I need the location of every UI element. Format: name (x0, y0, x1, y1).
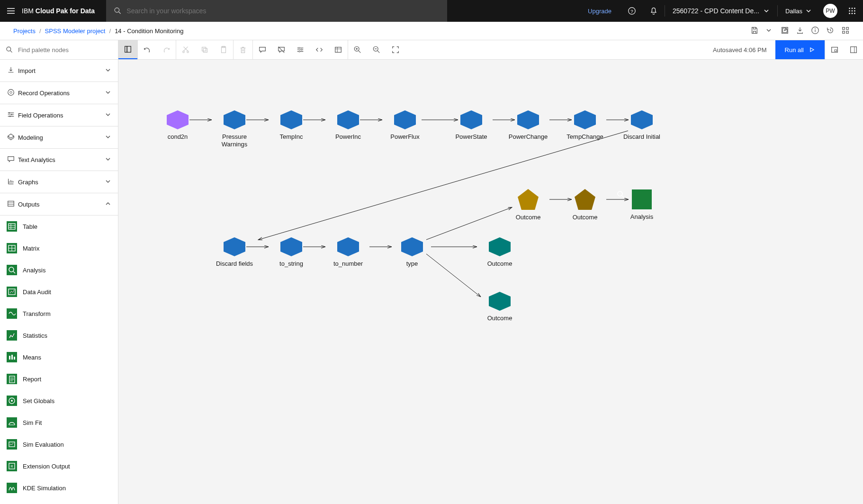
palette-item-kde-simulation[interactable]: KDE Simulation (0, 477, 118, 499)
palette-item-statistics[interactable]: Statistics (0, 324, 118, 346)
hamburger-menu[interactable] (0, 6, 22, 16)
region-switcher[interactable]: Dallas (778, 8, 819, 15)
palette-item-report[interactable]: Report (0, 368, 118, 390)
palette-category-modeling[interactable]: Modeling (0, 126, 118, 149)
breadcrumb-projects[interactable]: Projects (13, 27, 36, 35)
svg-point-44 (9, 267, 14, 272)
node-powerchange[interactable]: PowerChange (502, 110, 554, 141)
palette-item-set-globals[interactable]: Set Globals (0, 390, 118, 412)
node-cond2n[interactable]: cond2n (152, 110, 204, 141)
zoom-in-button[interactable] (348, 40, 367, 59)
save-chevron-icon[interactable] (765, 27, 772, 35)
node-discard-fields[interactable]: Discard fields (208, 237, 261, 268)
canvas-toolbar: Autosaved 4:06 PM Run all (0, 40, 863, 60)
svg-point-18 (7, 47, 11, 51)
flow-canvas[interactable]: cond2n PressureWarnings TempInc PowerInc… (118, 60, 863, 504)
svg-point-13 (815, 28, 816, 29)
palette-item-sim-evaluation[interactable]: Sim Evaluation (0, 433, 118, 455)
svg-point-86 (504, 194, 505, 196)
node-pressure-warnings[interactable]: PressureWarnings (208, 110, 261, 149)
svg-point-11 (854, 13, 855, 14)
data-button[interactable] (329, 40, 348, 59)
undo-button[interactable] (138, 40, 157, 59)
svg-point-92 (479, 294, 480, 295)
svg-point-82 (388, 241, 389, 242)
user-avatar[interactable]: PW (823, 4, 837, 18)
palette-item-sim-fit[interactable]: Sim Fit (0, 412, 118, 433)
svg-point-27 (298, 47, 300, 49)
svg-text:?: ? (630, 9, 633, 14)
palette-item-analysis[interactable]: Analysis (0, 259, 118, 281)
global-search[interactable] (106, 0, 447, 22)
palette-item-data-audit[interactable]: Data Audit (0, 281, 118, 303)
svg-rect-16 (843, 31, 845, 33)
comment-button[interactable] (253, 40, 272, 59)
code-button[interactable] (310, 40, 329, 59)
svg-rect-23 (202, 47, 206, 51)
svg-rect-47 (11, 355, 13, 360)
palette-category-record-ops[interactable]: Record Operations (0, 82, 118, 104)
node-to-number[interactable]: to_number (322, 237, 374, 268)
svg-rect-19 (125, 46, 127, 53)
node-to-string[interactable]: to_string (265, 237, 317, 268)
save-icon[interactable] (750, 26, 759, 36)
node-powerflux[interactable]: PowerFlux (379, 110, 431, 141)
settings-button[interactable] (291, 40, 310, 59)
node-outcome-apply-1[interactable]: C5.0Outcome (474, 237, 526, 268)
cut-button (176, 40, 195, 59)
help-icon[interactable]: ? (621, 0, 643, 22)
node-type[interactable]: type (386, 237, 438, 268)
svg-rect-17 (846, 31, 849, 33)
svg-point-73 (268, 113, 270, 116)
zoom-fit-button[interactable] (386, 40, 405, 59)
svg-line-63 (259, 131, 628, 240)
svg-rect-14 (843, 27, 845, 29)
breadcrumb-modeler-project[interactable]: SPSS Modeler project (45, 27, 106, 35)
node-tempchange[interactable]: TempChange (559, 110, 611, 141)
palette-category-outputs[interactable]: Outputs (0, 193, 118, 216)
node-outcome-build[interactable]: Outcome (502, 189, 554, 221)
comment-strike-button[interactable] (272, 40, 291, 59)
palette-category-import[interactable]: Import (0, 60, 118, 82)
global-search-input[interactable] (126, 7, 440, 15)
project-switcher[interactable]: 2560722 - CPD Content De... (665, 7, 777, 15)
zoom-out-button[interactable] (367, 40, 386, 59)
node-powerstate[interactable]: PowerState (445, 110, 497, 141)
layout-icon[interactable] (841, 26, 850, 36)
svg-point-39 (11, 114, 12, 115)
svg-point-72 (211, 113, 214, 116)
palette-search[interactable] (0, 40, 118, 59)
palette-item-matrix[interactable]: Matrix (0, 237, 118, 259)
palette-category-graphs[interactable]: Graphs (0, 171, 118, 193)
download-icon[interactable] (796, 26, 804, 36)
export-icon[interactable] (781, 26, 789, 36)
palette-item-extension-output[interactable]: RExtension Output (0, 455, 118, 477)
svg-text:R: R (10, 465, 13, 468)
node-outcome-apply-2[interactable]: Outcome (474, 292, 526, 322)
svg-point-94 (479, 297, 480, 298)
run-all-button[interactable]: Run all (775, 40, 825, 59)
palette-search-input[interactable] (18, 46, 112, 54)
node-analysis[interactable]: Analysis (616, 189, 668, 221)
svg-point-10 (852, 13, 853, 14)
node-outcome-nugget[interactable]: C5.0Outcome (559, 189, 611, 221)
history-icon[interactable] (826, 26, 835, 36)
svg-line-68 (426, 207, 512, 240)
palette-item-table[interactable]: Table (0, 216, 118, 237)
node-tempinc[interactable]: TempInc (265, 110, 317, 141)
palette-toggle-button[interactable] (118, 40, 137, 59)
palette-category-field-ops[interactable]: Field Operations (0, 104, 118, 126)
node-powerinc[interactable]: PowerInc (322, 110, 374, 141)
svg-point-3 (849, 8, 850, 9)
svg-point-0 (115, 8, 119, 13)
upgrade-link[interactable]: Upgrade (578, 8, 621, 15)
right-panel-button[interactable] (844, 40, 863, 59)
app-switcher-icon[interactable] (841, 0, 863, 22)
node-discard-initial[interactable]: ?Discard Initial (616, 110, 668, 141)
palette-item-means[interactable]: Means (0, 346, 118, 368)
palette-category-text-analytics[interactable]: Text Analytics (0, 149, 118, 171)
info-icon[interactable] (811, 26, 819, 36)
notifications-icon[interactable] (643, 0, 665, 22)
minimap-button[interactable] (825, 40, 844, 59)
palette-item-transform[interactable]: Transform (0, 303, 118, 324)
